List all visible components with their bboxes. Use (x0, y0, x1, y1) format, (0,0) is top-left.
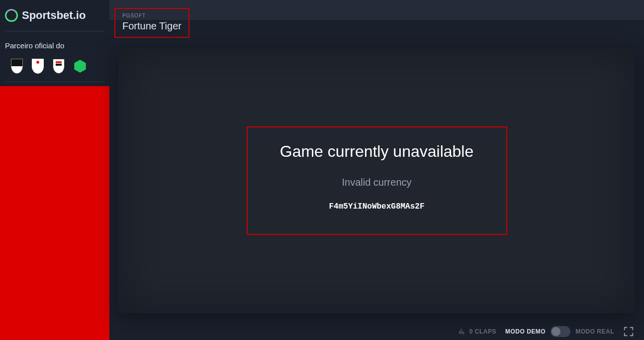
partner-logo-1[interactable] (11, 59, 23, 74)
game-viewport: Game currently unavailable Invalid curre… (118, 48, 635, 313)
partner-logo-3[interactable] (53, 59, 65, 74)
mode-real-label: MODO REAL (575, 328, 614, 335)
claps-icon (458, 328, 465, 336)
game-header: PGSOFT Fortune Tiger (109, 0, 644, 20)
game-title: Fortune Tiger (122, 20, 182, 32)
brand-logo-text: Sportsbet.io (22, 9, 86, 22)
partner-logo-4[interactable] (74, 60, 87, 73)
partner-section: Parceiro oficial do (0, 31, 109, 82)
partner-logos (5, 59, 104, 74)
error-panel: Game currently unavailable Invalid curre… (247, 126, 507, 235)
sidebar: Sportsbet.io Parceiro oficial do (0, 0, 109, 340)
bottom-bar: 0 CLAPS MODO DEMO MODO REAL (109, 323, 644, 340)
sidebar-promo-area[interactable] (0, 86, 109, 340)
brand-logo[interactable]: Sportsbet.io (0, 0, 109, 31)
brand-logo-icon (5, 9, 18, 22)
partner-title: Parceiro oficial do (5, 41, 104, 50)
error-title: Game currently unavailable (258, 142, 496, 161)
divider (5, 82, 104, 82)
error-code: F4m5YiINoWbexG8MAs2F (258, 202, 496, 211)
fullscreen-icon[interactable] (623, 326, 634, 337)
error-message: Invalid currency (258, 177, 496, 188)
mode-demo-label: MODO DEMO (505, 328, 546, 335)
game-info-box: PGSOFT Fortune Tiger (114, 8, 189, 38)
claps-label: 0 CLAPS (469, 328, 496, 335)
main-content: PGSOFT Fortune Tiger Game currently unav… (109, 0, 644, 340)
game-provider: PGSOFT (122, 13, 182, 18)
mode-switcher: MODO DEMO MODO REAL (505, 326, 614, 337)
mode-toggle[interactable] (551, 326, 570, 337)
claps-button[interactable]: 0 CLAPS (458, 328, 496, 336)
partner-logo-2[interactable] (32, 59, 44, 74)
